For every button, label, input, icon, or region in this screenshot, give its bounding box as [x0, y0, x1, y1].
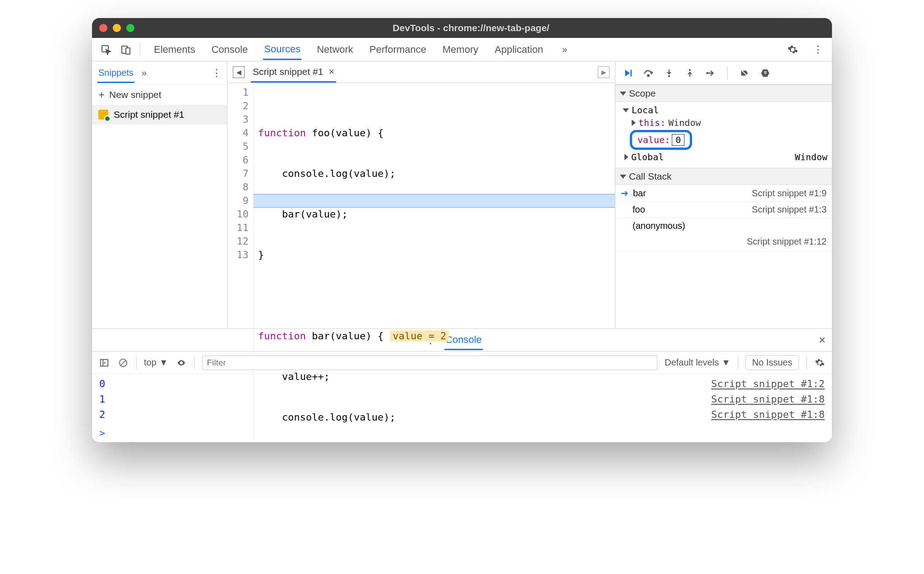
log-levels-selector[interactable]: Default levels▼ [665, 357, 730, 368]
tab-elements[interactable]: Elements [153, 39, 196, 60]
log-value: 0 [99, 378, 105, 389]
clear-console-icon[interactable] [117, 357, 129, 369]
step-icon[interactable] [705, 67, 716, 79]
code-area[interactable]: 12345678910111213 function foo(value) { … [227, 83, 615, 442]
more-tabs-icon[interactable]: » [562, 44, 567, 55]
traffic-lights [99, 24, 134, 32]
debugger-toolbar [615, 61, 832, 85]
more-menu-icon[interactable]: ⋮ [810, 42, 826, 57]
scope-global-label: Global [631, 152, 664, 162]
editor-tab-label: Script snippet #1 [253, 66, 323, 77]
svg-point-7 [706, 72, 708, 74]
log-value: 1 [99, 393, 105, 405]
device-toolbar-icon[interactable] [118, 42, 134, 57]
context-selector[interactable]: top▼ [144, 357, 168, 368]
pause-on-exceptions-icon[interactable] [759, 67, 771, 79]
callstack-row[interactable]: (anonymous) [615, 218, 832, 234]
debugger-pane: Scope Local this: Window value: [615, 61, 832, 329]
log-value: 2 [99, 409, 105, 420]
toggle-navigator-icon[interactable]: ◀ [233, 66, 245, 78]
scope-value-name: value: [638, 134, 670, 145]
svg-rect-10 [766, 71, 766, 74]
svg-rect-9 [764, 71, 765, 74]
navigator-sidebar: Snippets » ⋮ + New snippet Script snippe… [92, 61, 227, 329]
svg-line-14 [121, 360, 126, 365]
console-sidebar-icon[interactable] [98, 357, 110, 369]
log-source-link[interactable]: Script snippet #1:8 [711, 409, 825, 420]
minimize-window-button[interactable] [113, 24, 121, 32]
step-over-icon[interactable] [642, 67, 654, 79]
step-into-icon[interactable] [663, 67, 675, 79]
window-title: DevTools - chrome://new-tab-page/ [143, 23, 799, 33]
deactivate-breakpoints-icon[interactable] [739, 67, 750, 79]
scope-global-value: Window [795, 152, 827, 162]
source-editor: ◀ Script snippet #1 × ▶ 1234567891011121… [227, 61, 615, 329]
callstack-row[interactable]: foo Script snippet #1:3 [615, 202, 832, 218]
inline-value-hint: value = 2 [390, 330, 449, 342]
new-snippet-button[interactable]: + New snippet [92, 85, 227, 105]
scope-value-highlight: value: [630, 130, 692, 150]
new-snippet-label: New snippet [109, 89, 162, 100]
zoom-window-button[interactable] [126, 24, 134, 32]
devtools-main-toolbar: Elements Console Sources Network Perform… [92, 38, 832, 61]
tab-console[interactable]: Console [211, 39, 249, 60]
console-settings-icon[interactable] [814, 357, 826, 369]
panel-tabs: Elements Console Sources Network Perform… [153, 39, 781, 60]
plus-icon: + [98, 88, 105, 101]
chevron-down-icon [620, 92, 626, 96]
resume-icon[interactable] [622, 67, 633, 79]
svg-point-4 [647, 74, 649, 76]
sidebar-menu-icon[interactable]: ⋮ [212, 67, 222, 79]
tab-application[interactable]: Application [494, 39, 544, 60]
live-expression-icon[interactable] [176, 357, 187, 369]
scope-local-label: Local [632, 105, 659, 116]
snippet-item-label: Script snippet #1 [114, 109, 184, 120]
chevron-down-icon[interactable] [623, 108, 629, 112]
close-drawer-icon[interactable]: × [819, 333, 826, 347]
settings-gear-icon[interactable] [785, 42, 800, 57]
log-source-link[interactable]: Script snippet #1:2 [711, 378, 825, 389]
tab-performance[interactable]: Performance [369, 39, 427, 60]
chevron-right-icon[interactable] [632, 120, 636, 126]
scope-this-value: Window [668, 117, 701, 128]
code-lines[interactable]: function foo(value) { console.log(value)… [254, 83, 615, 442]
scope-this-name: this: [638, 117, 665, 128]
tab-sources[interactable]: Sources [263, 39, 301, 60]
svg-rect-2 [126, 48, 130, 54]
chevron-down-icon [620, 175, 626, 179]
sidebar-tab-snippets[interactable]: Snippets [97, 63, 134, 83]
tab-network[interactable]: Network [316, 39, 354, 60]
tab-memory[interactable]: Memory [442, 39, 479, 60]
scope-value-input[interactable] [672, 134, 684, 146]
window-titlebar: DevTools - chrome://new-tab-page/ [92, 18, 832, 38]
sidebar-more-icon[interactable]: » [142, 68, 147, 78]
editor-tab[interactable]: Script snippet #1 × [251, 61, 336, 83]
inspect-element-icon[interactable] [98, 42, 114, 57]
log-source-link[interactable]: Script snippet #1:8 [711, 393, 825, 405]
close-tab-icon[interactable]: × [328, 66, 334, 78]
callstack-row[interactable]: ➔bar Script snippet #1:9 [615, 185, 832, 202]
step-out-icon[interactable] [684, 67, 696, 79]
scope-section-header[interactable]: Scope [615, 85, 832, 102]
current-frame-icon: ➔ [621, 188, 628, 199]
snippet-file-icon [98, 110, 108, 120]
svg-rect-3 [630, 69, 632, 76]
chevron-right-icon[interactable] [624, 154, 628, 160]
callstack-section-header[interactable]: Call Stack [615, 168, 832, 185]
close-window-button[interactable] [99, 24, 107, 32]
svg-point-5 [668, 75, 670, 77]
toggle-debugger-icon[interactable]: ▶ [598, 66, 610, 78]
no-issues-button[interactable]: No Issues [745, 355, 799, 370]
snippet-item[interactable]: Script snippet #1 [92, 105, 227, 125]
svg-point-6 [689, 69, 691, 71]
devtools-window: DevTools - chrome://new-tab-page/ Elemen… [92, 18, 832, 442]
